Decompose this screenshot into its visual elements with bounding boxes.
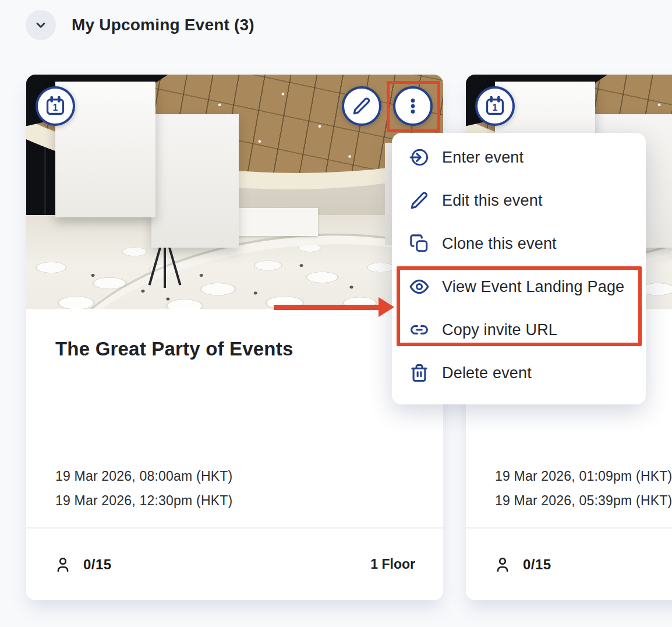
section-header: My Upcoming Event (3) xyxy=(0,0,672,52)
chevron-down-icon xyxy=(33,17,48,33)
menu-item-delete-event[interactable]: Delete event xyxy=(392,351,646,394)
annotation-arrow xyxy=(274,305,380,310)
pencil-icon xyxy=(352,96,372,116)
menu-item-label: Delete event xyxy=(442,364,532,382)
event-card-1[interactable]: 1 The Great Party of Events 19 Mar 2026,… xyxy=(26,75,443,600)
calendar-icon: 1 xyxy=(484,95,506,117)
person-icon xyxy=(494,556,511,573)
calendar-badge[interactable]: 1 xyxy=(475,86,515,126)
event-dates: 19 Mar 2026, 08:00am (HKT) 19 Mar 2026, … xyxy=(55,464,232,513)
person-icon xyxy=(54,556,72,573)
event-card-footer: 0/15 xyxy=(466,527,672,600)
eye-icon xyxy=(409,277,429,297)
event-start-date: 19 Mar 2026, 01:09pm (HKT) xyxy=(495,464,672,488)
menu-item-copy-invite-url[interactable]: Copy invite URL xyxy=(392,308,646,351)
menu-item-label: Clone this event xyxy=(442,235,557,253)
menu-item-label: Copy invite URL xyxy=(442,321,557,339)
kebab-menu-button[interactable] xyxy=(393,86,433,126)
events-dashboard: My Upcoming Event (3) xyxy=(0,0,672,627)
event-end-date: 19 Mar 2026, 05:39pm (HKT) xyxy=(495,488,672,513)
edit-icon xyxy=(409,191,429,210)
menu-item-clone-this-event[interactable]: Clone this event xyxy=(392,222,646,265)
attendee-count: 0/15 xyxy=(83,556,112,573)
clone-icon xyxy=(409,234,429,253)
event-title: The Great Party of Events xyxy=(55,338,293,360)
menu-item-label: Enter event xyxy=(442,149,524,167)
event-card-footer: 0/15 1 Floor xyxy=(26,527,443,600)
calendar-badge[interactable]: 1 xyxy=(36,86,75,126)
attendee-count: 0/15 xyxy=(523,556,551,573)
event-start-date: 19 Mar 2026, 08:00am (HKT) xyxy=(55,464,232,488)
link-icon xyxy=(409,320,429,340)
menu-item-edit-this-event[interactable]: Edit this event xyxy=(392,179,646,222)
event-context-menu: Enter event Edit this event Clone this e… xyxy=(392,133,646,404)
collapse-section-button[interactable] xyxy=(26,10,56,40)
menu-item-label: View Event Landing Page xyxy=(442,278,624,296)
floor-count: 1 Floor xyxy=(370,556,415,572)
enter-icon xyxy=(409,147,429,167)
event-dates: 19 Mar 2026, 01:09pm (HKT) 19 Mar 2026, … xyxy=(495,464,672,513)
svg-text:1: 1 xyxy=(53,103,58,112)
edit-event-button[interactable] xyxy=(342,86,381,126)
svg-text:1: 1 xyxy=(493,103,498,112)
event-end-date: 19 Mar 2026, 12:30pm (HKT) xyxy=(55,488,232,513)
menu-item-view-event-landing-page[interactable]: View Event Landing Page xyxy=(392,265,646,308)
section-title: My Upcoming Event (3) xyxy=(72,16,254,34)
menu-item-label: Edit this event xyxy=(442,192,543,210)
annotation-arrow-head xyxy=(379,297,394,317)
menu-item-enter-event[interactable]: Enter event xyxy=(392,136,646,179)
trash-icon xyxy=(409,363,429,383)
calendar-icon: 1 xyxy=(44,95,66,117)
kebab-icon xyxy=(404,97,422,115)
